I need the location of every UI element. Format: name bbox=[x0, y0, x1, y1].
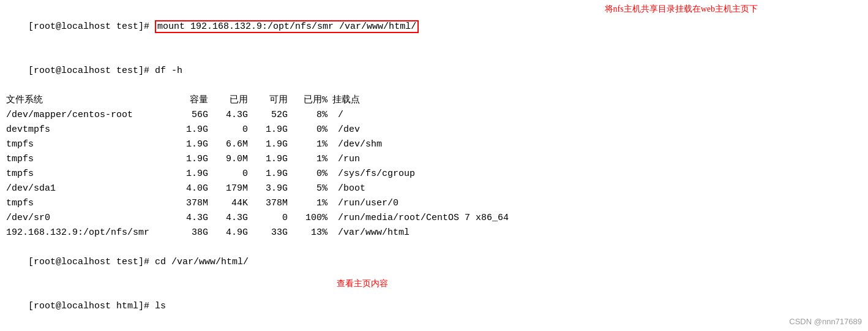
line-df-command: [root@localhost test]# df -h bbox=[6, 49, 862, 93]
df-command: df -h bbox=[155, 66, 182, 76]
line-ls-command: [root@localhost html]# ls bbox=[6, 284, 862, 329]
terminal-window: [root@localhost test]# mount 192.168.132… bbox=[0, 0, 868, 331]
col-header-fs: 文件系统 bbox=[6, 93, 165, 108]
cd-command: cd /var/www/html/ bbox=[155, 257, 249, 267]
col-header-used: 已用 bbox=[208, 93, 248, 108]
prompt-cd: [root@localhost test]# bbox=[28, 257, 155, 267]
col-header-mnt: 挂载点 bbox=[327, 93, 862, 108]
prompt-ls: [root@localhost html]# bbox=[28, 301, 155, 311]
df-row-2: devtmpfs 1.9G 0 1.9G 0% /dev bbox=[6, 123, 862, 137]
line-ls-output: index.html bbox=[6, 329, 862, 331]
line-cd-command: [root@localhost test]# cd /var/www/html/ bbox=[6, 240, 862, 284]
df-row-7: tmpfs 378M 44K 378M 1% /run/user/0 bbox=[6, 196, 862, 211]
col-header-pct: 已用% bbox=[288, 93, 327, 108]
df-row-4: tmpfs 1.9G 9.0M 1.9G 1% /run bbox=[6, 152, 862, 167]
col-header-size: 容量 bbox=[165, 93, 208, 108]
df-row-3: tmpfs 1.9G 6.6M 1.9G 1% /dev/shm bbox=[6, 137, 862, 152]
csdn-watermark: CSDN @nnn717689 bbox=[789, 317, 862, 326]
df-row-5: tmpfs 1.9G 0 1.9G 0% /sys/fs/cgroup bbox=[6, 167, 862, 181]
prompt-1: [root@localhost test]# bbox=[28, 21, 155, 32]
annotation-mount-text: 将nfs主机共享目录挂载在web主机主页下 bbox=[605, 4, 758, 15]
annotation-cat-text: 查看主页内容 bbox=[337, 278, 388, 289]
df-header: 文件系统 容量 已用 可用 已用% 挂载点 bbox=[6, 93, 862, 108]
df-row-9: 192.168.132.9:/opt/nfs/smr 38G 4.9G 33G … bbox=[6, 226, 862, 240]
mount-command-highlight: mount 192.168.132.9:/opt/nfs/smr /var/ww… bbox=[155, 20, 419, 33]
df-row-8: /dev/sr0 4.3G 4.3G 0 100% /run/media/roo… bbox=[6, 211, 862, 226]
df-row-1: /dev/mapper/centos-root 56G 4.3G 52G 8% … bbox=[6, 108, 862, 123]
col-header-avail: 可用 bbox=[248, 93, 288, 108]
ls-command: ls bbox=[155, 301, 166, 311]
prompt-2: [root@localhost test]# bbox=[28, 66, 155, 76]
df-row-6: /dev/sda1 4.0G 179M 3.9G 5% /boot bbox=[6, 181, 862, 196]
